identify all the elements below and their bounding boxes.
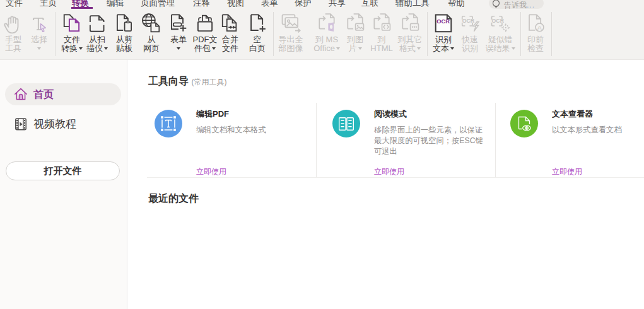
svg-text:A: A <box>537 24 542 31</box>
svg-text:OCR: OCR <box>492 18 505 24</box>
svg-text:OCR: OCR <box>436 18 450 25</box>
svg-text:OCR: OCR <box>462 18 475 24</box>
